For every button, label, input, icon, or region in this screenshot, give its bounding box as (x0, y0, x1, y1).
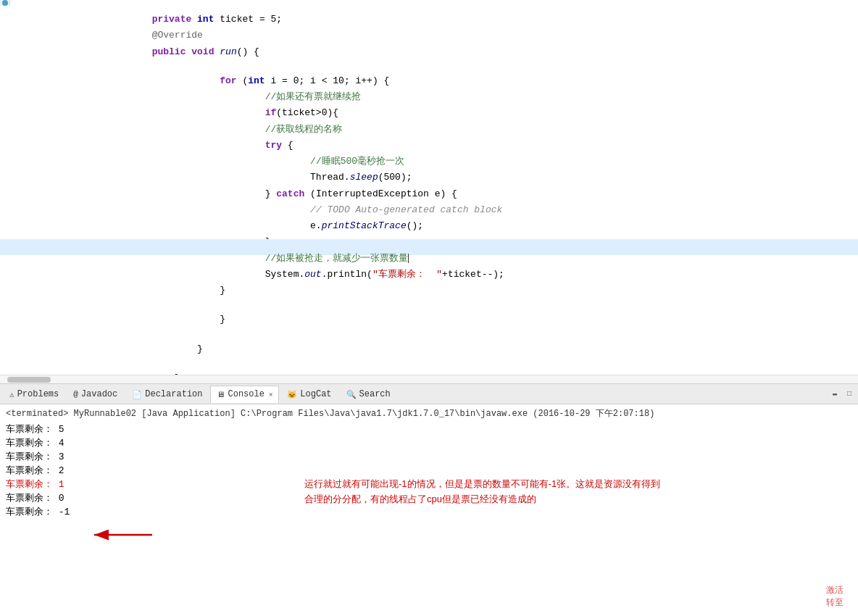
code-line: for (int i = 0; i < 10; i++) { (0, 62, 858, 78)
tab-problems[interactable]: ⚠ Problems (3, 386, 65, 403)
annotation-text: 运行就过就有可能出现-1的情况，但是是票的数量不可能有-1张。这就是资源没有得到… (304, 477, 660, 507)
console-content[interactable]: <terminated> MyRunnable02 [Java Applicat… (0, 404, 858, 616)
tab-console-label: Console (228, 389, 264, 399)
search-icon: 🔍 (346, 390, 357, 399)
red-arrow (87, 520, 159, 552)
console-header: <terminated> MyRunnable02 [Java Applicat… (6, 407, 852, 420)
code-line: // TODO Auto-generated catch block (0, 191, 858, 207)
code-line: Thread.sleep(500); (0, 158, 858, 174)
tab-declaration[interactable]: 📄 Declaration (125, 386, 209, 403)
code-line: if(ticket>0){ (0, 93, 858, 109)
code-line: } (0, 359, 858, 375)
code-line: //睡眠500毫秒抢一次 (0, 142, 858, 158)
code-content: } (20, 359, 858, 375)
scrollbar-thumb[interactable] (7, 377, 51, 383)
code-line: //获取线程的名称 (0, 110, 858, 126)
code-line (0, 287, 858, 300)
tabs-bar: ⚠ Problems @ Javadoc 📄 Declaration 🖥 Con… (0, 384, 858, 404)
tab-search[interactable]: 🔍 Search (340, 386, 397, 403)
bottom-panel: ⚠ Problems @ Javadoc 📄 Declaration 🖥 Con… (0, 384, 858, 616)
code-line: } (0, 300, 858, 316)
console-icon: 🖥 (217, 390, 225, 399)
console-line-7: 车票剩余： -1 (6, 505, 852, 519)
console-line-3: 车票剩余： 3 (6, 450, 852, 464)
tab-console[interactable]: 🖥 Console ✕ (210, 386, 279, 403)
console-line-2: 车票剩余： 4 (6, 436, 852, 450)
code-editor: private int ticket = 5; @Override public… (0, 0, 858, 384)
code-line: public void run() { (0, 33, 858, 49)
maximize-button[interactable]: □ (844, 388, 855, 400)
code-line: } (0, 271, 858, 287)
code-line: //如果还有票就继续抢 (0, 78, 858, 93)
gutter (0, 0, 10, 6)
code-line: } catch (InterruptedException e) { (0, 175, 858, 191)
tabs-right-buttons: ▬ □ (829, 388, 855, 400)
code-line: private int ticket = 5; (0, 0, 858, 16)
code-line: System.out.println("车票剩余： "+ticket--); (0, 255, 858, 271)
problems-icon: ⚠ (9, 390, 14, 399)
console-line-4: 车票剩余： 2 (6, 464, 852, 478)
tab-search-label: Search (359, 389, 391, 399)
code-line-highlighted: //如果被抢走，就减少一张票数量 (0, 239, 858, 255)
code-line (0, 317, 858, 330)
code-line: } (0, 222, 858, 238)
code-line: e.printStackTrace(); (0, 207, 858, 222)
code-line (0, 346, 858, 359)
console-close[interactable]: ✕ (269, 391, 272, 399)
javadoc-icon: @ (73, 390, 78, 399)
tab-logcat[interactable]: 🐱 LogCat (280, 386, 338, 403)
logcat-icon: 🐱 (287, 390, 297, 399)
declaration-icon: 📄 (132, 390, 142, 399)
console-line-1: 车票剩余： 5 (6, 423, 852, 436)
code-line: } (0, 330, 858, 346)
code-line: @Override (0, 16, 858, 32)
horizontal-scrollbar[interactable] (0, 375, 858, 383)
tab-problems-label: Problems (17, 389, 59, 399)
minimize-button[interactable]: ▬ (829, 388, 841, 400)
tab-logcat-label: LogCat (300, 389, 331, 399)
tab-javadoc-label: Javadoc (81, 389, 117, 399)
code-area[interactable]: private int ticket = 5; @Override public… (0, 0, 858, 383)
watermark: 激活转至 (826, 584, 844, 609)
tab-javadoc[interactable]: @ Javadoc (67, 386, 124, 403)
tab-declaration-label: Declaration (145, 389, 202, 399)
code-line (0, 49, 858, 62)
code-line: try { (0, 126, 858, 142)
